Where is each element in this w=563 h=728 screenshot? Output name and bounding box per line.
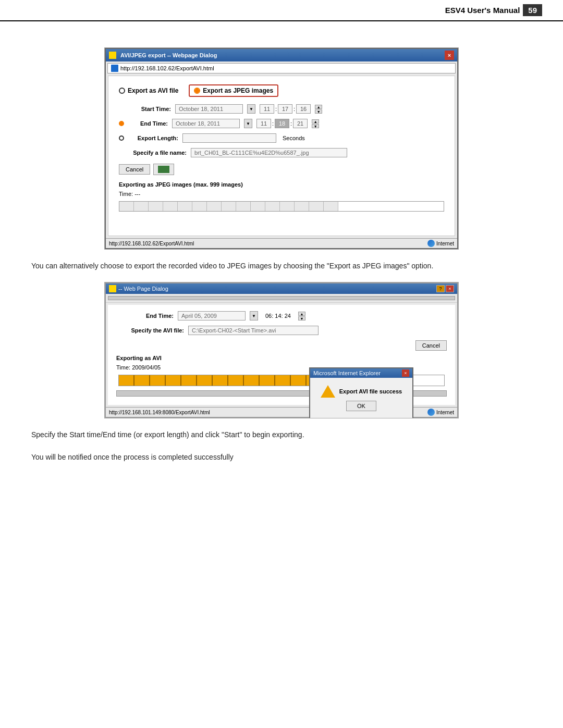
help-button[interactable]: ? <box>436 285 445 292</box>
yellow-seg-3 <box>150 375 166 386</box>
page-number: 59 <box>523 4 542 16</box>
jpeg-label: Export as JPEG images <box>203 87 273 94</box>
internet-badge-2: Internet <box>427 409 454 416</box>
yellow-seg-8 <box>228 375 244 386</box>
ie-popup-titlebar: Microsoft Internet Explorer × <box>310 368 412 378</box>
cancel-button-2[interactable]: Cancel <box>415 340 447 351</box>
web-dialog-content-2: End Time: April 05, 2009 ▼ 06: 14: 24 ▲ … <box>108 305 455 405</box>
progress-seg-15 <box>324 202 338 211</box>
progress-seg-12 <box>280 202 295 211</box>
export-length-label: Export Length: <box>126 135 178 141</box>
end-time-label-2: End Time: <box>116 313 174 319</box>
globe-icon-2 <box>427 409 435 416</box>
end-date-dropdown-2[interactable]: ▼ <box>250 311 258 320</box>
ie-close-button[interactable]: × <box>445 51 454 60</box>
start-hour[interactable]: 11 <box>260 104 274 114</box>
ie-statusbar-1: http://192.168.102.62/ExportAVI.html Int… <box>106 238 457 248</box>
export-label-2: Exporting as AVI <box>116 355 447 361</box>
progress-seg-11 <box>265 202 280 211</box>
yellow-seg-5 <box>181 375 197 386</box>
yellow-seg-2 <box>134 375 150 386</box>
end-min[interactable]: 18 <box>275 119 289 128</box>
action-buttons: Cancel <box>119 164 444 175</box>
internet-badge-1: Internet <box>427 240 454 247</box>
web-dialog-icon <box>109 285 116 292</box>
progress-seg-3 <box>149 202 163 211</box>
end-time-radio[interactable] <box>119 121 124 126</box>
jpeg-option[interactable]: Export as JPEG images <box>189 84 278 97</box>
end-time-label: End Time: <box>126 120 168 127</box>
start-time-spinner[interactable]: ▲ ▼ <box>315 105 322 114</box>
ie-title-text: AVI/JPEG export -- Webpage Dialog <box>120 52 217 58</box>
progress-seg-4 <box>163 202 178 211</box>
start-date-input[interactable]: October 18, 2011 <box>175 104 243 114</box>
ie-popup-title-text: Microsoft Internet Explorer <box>313 370 381 376</box>
avi-file-row: Specify the AVI file: C:\Export-CH02-<St… <box>116 326 447 335</box>
seconds-label: Seconds <box>283 135 305 141</box>
export-length-input[interactable] <box>182 133 276 143</box>
export-options-row: Export as AVI file Export as JPEG images <box>119 84 444 97</box>
jpeg-radio[interactable] <box>194 88 200 94</box>
globe-icon-1 <box>427 240 435 247</box>
dialog-close-button[interactable]: × <box>446 285 454 292</box>
progress-seg-13 <box>295 202 309 211</box>
ie-popup-body: Export AVI file success OK <box>314 382 408 414</box>
ie-popup: Microsoft Internet Explorer × Export AVI… <box>309 367 413 418</box>
ok-button[interactable]: OK <box>346 401 376 411</box>
ie-addressbar-1: http://192.168.102.62/ExportAVI.html <box>107 63 456 73</box>
yellow-seg-4 <box>166 375 181 386</box>
end-time-value-2: 06: 14: 24 <box>262 312 294 320</box>
warning-icon <box>321 385 335 398</box>
yellow-seg-1 <box>119 375 134 386</box>
description-2-line1: Specify the Start time/End time (or expo… <box>31 429 532 440</box>
cancel-button[interactable]: Cancel <box>119 164 150 175</box>
ie-popup-message: Export AVI file success <box>339 388 402 394</box>
export-length-radio[interactable] <box>119 135 124 141</box>
end-time-spinner[interactable]: ▲ ▼ <box>312 119 319 128</box>
screenshot1-container: AVI/JPEG export -- Webpage Dialog × http… <box>104 47 459 250</box>
end-spin-down-2[interactable]: ▼ <box>298 316 305 320</box>
start-spin-up[interactable]: ▲ <box>315 105 322 109</box>
end-spin-down[interactable]: ▼ <box>312 124 319 128</box>
yellow-seg-7 <box>213 375 228 386</box>
web-dialog-title: -- Web Page Dialog <box>118 286 168 292</box>
end-spin-up[interactable]: ▲ <box>312 119 319 124</box>
end-spin-up-2[interactable]: ▲ <box>298 312 305 316</box>
statusbar-url-2: http://192.168.101.149:8080/ExportAVI.ht… <box>109 410 210 415</box>
start-sec[interactable]: 16 <box>296 104 311 114</box>
avi-file-label: Specify the AVI file: <box>116 327 184 334</box>
filename-row: Specify a file name: brt_CH01_BL-C111CE%… <box>119 148 444 157</box>
ie-window-1: AVI/JPEG export -- Webpage Dialog × http… <box>105 48 458 249</box>
end-date-input[interactable]: October 18, 2011 <box>172 119 240 128</box>
end-hour[interactable]: 11 <box>256 119 271 128</box>
manual-title: ESV4 User's Manual <box>445 6 520 15</box>
statusbar-zone-1: Internet <box>436 241 454 246</box>
yellow-seg-6 <box>197 375 213 386</box>
description-1: You can alternatively choose to export t… <box>31 260 532 272</box>
start-button[interactable] <box>153 164 174 175</box>
ie-popup-close-btn[interactable]: × <box>402 369 409 377</box>
export-status-label: Exporting as JPEG images (max. 999 image… <box>119 181 444 188</box>
yellow-seg-12 <box>291 375 307 386</box>
start-spin-down[interactable]: ▼ <box>315 109 322 114</box>
filename-input[interactable]: brt_CH01_BL-C111CE%u4E2D%u6587_.jpg <box>191 148 347 157</box>
end-date-dropdown[interactable]: ▼ <box>244 119 252 128</box>
progress-seg-9 <box>236 202 251 211</box>
progress-bar <box>119 201 444 212</box>
dialog-content-1: Export as AVI file Export as JPEG images… <box>108 76 455 236</box>
progress-seg-2 <box>134 202 149 211</box>
end-time-spinner-2[interactable]: ▲ ▼ <box>298 312 305 320</box>
start-date-dropdown[interactable]: ▼ <box>247 104 255 114</box>
progress-seg-5 <box>178 202 192 211</box>
avi-option[interactable]: Export as AVI file <box>119 87 178 94</box>
web-dialog-titlebar-2: -- Web Page Dialog ? × <box>106 283 457 294</box>
avi-radio[interactable] <box>119 88 125 94</box>
description-2-line2: You will be notified once the process is… <box>31 451 532 463</box>
end-date-input-2[interactable]: April 05, 2009 <box>178 311 246 320</box>
start-min[interactable]: 17 <box>278 104 292 114</box>
export-length-row: Export Length: Seconds <box>119 133 444 143</box>
end-sec[interactable]: 21 <box>293 119 308 128</box>
avi-file-input[interactable]: C:\Export-CH02-<Start Time>.avi <box>188 326 319 335</box>
ie-title-icon <box>109 52 116 59</box>
progress-seg-10 <box>251 202 265 211</box>
